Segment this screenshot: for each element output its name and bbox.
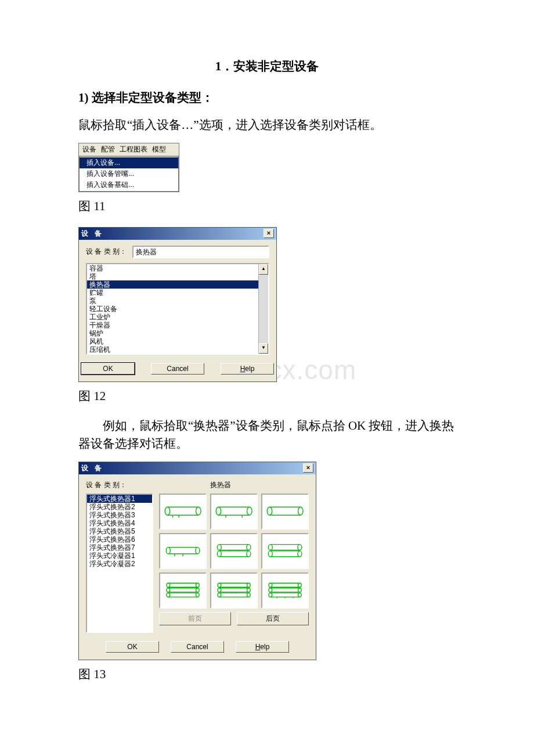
list-item[interactable]: 容器	[87, 264, 258, 272]
scrollbar[interactable]: ▲ ▼	[258, 264, 268, 354]
svg-point-1	[196, 507, 200, 515]
category-label: 设 备 类 别：	[86, 247, 127, 257]
scroll-down-icon[interactable]: ▼	[259, 343, 268, 354]
heat-exchanger-icon	[163, 498, 203, 524]
cancel-button[interactable]: Cancel	[171, 641, 224, 653]
list-item[interactable]: 锅炉	[87, 329, 258, 337]
figure-label-11: 图 11	[78, 198, 456, 214]
list-item[interactable]: 浮头式换热器1	[87, 495, 152, 503]
list-item[interactable]: 浮头式换热器7	[87, 543, 152, 552]
preview-thumbnail[interactable]	[159, 573, 207, 609]
svg-point-49	[196, 593, 199, 597]
heat-exchanger-icon	[163, 537, 203, 564]
list-item[interactable]: 浮头式换热器3	[87, 511, 152, 519]
list-item[interactable]: 浮头式冷凝器1	[87, 552, 152, 560]
preview-thumbnail[interactable]	[210, 494, 258, 530]
equipment-category-dialog: 设 备 × 设 备 类 别： 换热器 容器 塔 换热器 贮罐 泵 轻工设备 工业…	[78, 227, 277, 382]
preview-thumbnail[interactable]	[261, 533, 309, 569]
category-input[interactable]: 换热器	[132, 246, 269, 258]
svg-point-23	[247, 545, 251, 550]
close-icon[interactable]: ×	[264, 229, 274, 238]
list-item[interactable]: 塔	[87, 272, 258, 280]
svg-point-76	[269, 588, 272, 592]
svg-point-7	[247, 507, 251, 515]
ok-button[interactable]: OK	[81, 363, 135, 375]
list-item[interactable]: 贮罐	[87, 289, 258, 297]
menu-bar-item[interactable]: 模型	[152, 145, 166, 154]
cancel-button[interactable]: Cancel	[151, 363, 204, 375]
menu-bar-item[interactable]: 配管	[101, 145, 115, 154]
menu-figure: 设备 配管 工程图表 模型 插入设备... 插入设备管嘴... 插入设备基础..…	[78, 143, 179, 192]
close-icon[interactable]: ×	[303, 463, 313, 473]
help-button[interactable]: Help	[236, 641, 289, 653]
heat-exchanger-stack-icon	[214, 537, 254, 564]
menu-item[interactable]: 插入设备基础...	[80, 179, 178, 190]
list-item[interactable]: 浮头式换热器2	[87, 503, 152, 511]
category-value: 换热器	[132, 480, 309, 490]
list-item[interactable]: 干燥器	[87, 321, 258, 329]
dialog-title: 设 备	[81, 463, 104, 473]
list-item[interactable]: 压缩机	[87, 345, 258, 354]
svg-point-40	[167, 584, 170, 588]
preview-grid	[159, 494, 309, 609]
list-item[interactable]: 浮头式换热器6	[87, 535, 152, 543]
svg-point-81	[298, 593, 301, 597]
type-listbox[interactable]: 浮头式换热器1 浮头式换热器2 浮头式换热器3 浮头式换热器4 浮头式换热器5 …	[86, 494, 153, 633]
menu-bar-item[interactable]: 工程图表	[120, 145, 147, 154]
svg-point-26	[217, 551, 221, 557]
equipment-select-dialog: 设 备 × 设 备 类 别： 换热器 浮头式换热器1 浮头式换热器2 浮头式换热…	[78, 462, 316, 660]
svg-point-60	[218, 588, 221, 592]
svg-point-72	[269, 584, 272, 588]
heat-exchanger-triple-icon	[214, 577, 254, 603]
list-item[interactable]: 浮头式换热器4	[87, 519, 152, 527]
svg-point-17	[196, 548, 200, 554]
heat-exchanger-stack-icon	[265, 537, 305, 564]
paragraph-1: 鼠标拾取“插入设备…”选项，进入选择设备类别对话框。	[78, 116, 456, 135]
svg-point-12	[267, 507, 272, 515]
ok-button[interactable]: OK	[106, 641, 159, 653]
menu-bar: 设备 配管 工程图表 模型	[79, 143, 179, 156]
svg-point-37	[298, 551, 302, 557]
preview-thumbnail[interactable]	[210, 573, 258, 609]
dialog-titlebar: 设 备 ×	[79, 462, 316, 474]
prev-page-button[interactable]: 前页	[159, 612, 231, 625]
menu-item[interactable]: 插入设备管嘴...	[80, 168, 178, 179]
list-item[interactable]: 轻工设备	[87, 305, 258, 313]
list-item[interactable]: 风机	[87, 337, 258, 345]
dialog-title: 设 备	[81, 229, 104, 239]
figure-label-13: 图 13	[78, 666, 456, 682]
preview-thumbnail[interactable]	[159, 494, 207, 530]
subheading-1: 1) 选择非定型设备类型：	[78, 89, 456, 106]
svg-point-0	[165, 507, 169, 515]
svg-point-13	[298, 507, 302, 515]
svg-point-16	[166, 548, 170, 554]
category-listbox[interactable]: 容器 塔 换热器 贮罐 泵 轻工设备 工业炉 干燥器 锅炉 风机 压缩机 ▲ ▼	[86, 263, 269, 355]
menu-item[interactable]: 插入设备...	[80, 157, 178, 168]
list-item[interactable]: 换热器	[87, 280, 258, 289]
menu-dropdown: 插入设备... 插入设备管嘴... 插入设备基础...	[79, 156, 179, 192]
list-item[interactable]: 工业炉	[87, 313, 258, 321]
dialog-titlebar: 设 备 ×	[79, 228, 276, 240]
preview-thumbnail[interactable]	[261, 494, 309, 530]
svg-point-65	[247, 593, 250, 597]
preview-thumbnail[interactable]	[261, 573, 309, 609]
svg-point-45	[196, 588, 199, 592]
help-button[interactable]: Help	[221, 363, 274, 375]
list-item[interactable]: 泵	[87, 297, 258, 305]
svg-point-48	[167, 593, 170, 597]
scroll-up-icon[interactable]: ▲	[259, 264, 268, 275]
svg-point-22	[217, 545, 221, 550]
preview-thumbnail[interactable]	[159, 533, 207, 569]
section-heading: 1．安装非定型设备	[78, 58, 456, 74]
svg-point-80	[269, 593, 272, 597]
menu-bar-item[interactable]: 设备	[82, 145, 96, 154]
figure-label-12: 图 12	[78, 388, 456, 404]
heat-exchanger-icon	[214, 498, 254, 524]
svg-point-64	[218, 593, 221, 597]
list-item[interactable]: 浮头式冷凝器2	[87, 560, 152, 568]
preview-thumbnail[interactable]	[210, 533, 258, 569]
svg-point-6	[216, 507, 221, 515]
svg-point-61	[247, 588, 250, 592]
next-page-button[interactable]: 后页	[237, 612, 309, 625]
list-item[interactable]: 浮头式换热器5	[87, 527, 152, 535]
